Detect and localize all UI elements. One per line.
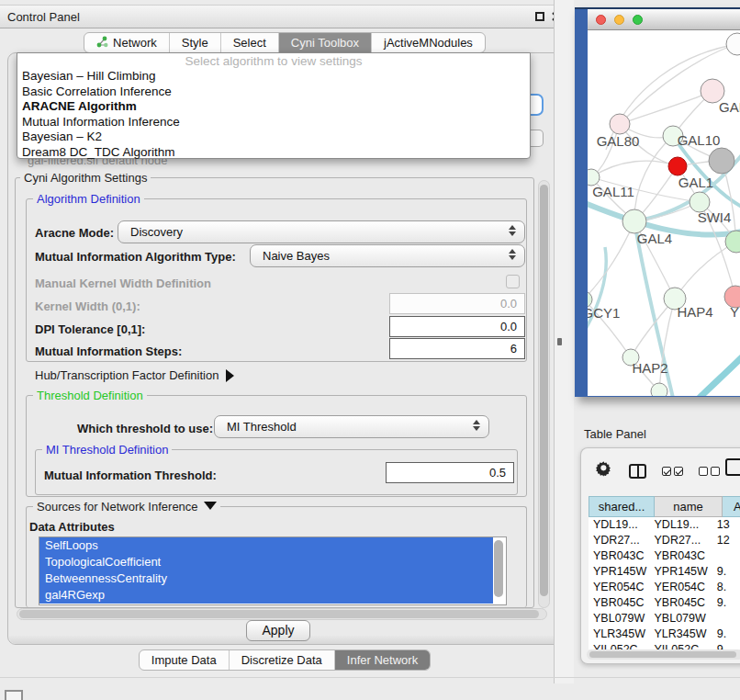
scrollbar-thumb[interactable] (540, 185, 548, 596)
popup-item-selected[interactable]: ARACNE Algorithm (17, 99, 530, 115)
status-bar-divider (0, 677, 740, 678)
mi-steps-field[interactable]: 6 (389, 338, 525, 359)
function-builder-icon[interactable] (725, 458, 740, 476)
list-scrollbar[interactable] (494, 540, 503, 597)
kernel-width-label: Kernel Width (0,1): (35, 299, 140, 313)
mi-type-combo[interactable]: Naive Bayes (250, 244, 525, 267)
tab-jactivemnodules[interactable]: jActiveMNodules (371, 33, 485, 52)
group-title: MI Threshold Definition (42, 443, 172, 457)
mi-threshold-field[interactable]: 0.5 (386, 462, 514, 483)
column-header-shared-name[interactable]: shared... (589, 496, 655, 517)
float-window-icon[interactable] (535, 12, 544, 21)
network-node-label: GAL4 (637, 231, 672, 246)
column-header-name[interactable]: name (655, 496, 723, 517)
network-window-titlebar[interactable] (588, 9, 740, 30)
which-threshold-combo[interactable]: MI Threshold (214, 415, 489, 438)
tab-style[interactable]: Style (169, 33, 220, 52)
network-node-label: GAL1 (678, 175, 713, 190)
list-item[interactable]: SelfLoops (39, 537, 493, 554)
tab-label: Infer Network (347, 653, 418, 667)
column-visibility-icon[interactable] (629, 464, 646, 479)
table-row[interactable]: YIL052CYIL052C9 (589, 642, 740, 649)
tab-cyni-toolbox[interactable]: Cyni Toolbox (278, 33, 371, 52)
table-row[interactable]: YLR345WYLR345W9. (589, 627, 740, 642)
network-node[interactable] (651, 383, 667, 396)
mi-type-label: Mutual Information Algorithm Type: (35, 250, 236, 264)
network-view-window[interactable]: GAL80GAL10GALGAL1GAL11SWI4GAL4GCY1HAP4YH… (575, 7, 740, 397)
apply-button[interactable]: Apply (246, 620, 310, 641)
tab-infer-network[interactable]: Infer Network (334, 650, 430, 670)
tab-select[interactable]: Select (220, 33, 278, 52)
table-cell: YLR345W (650, 627, 712, 642)
table-row[interactable]: YBR045CYBR045C9. (589, 595, 740, 611)
scrollbar-thumb[interactable] (589, 651, 736, 658)
aracne-mode-combo[interactable]: Discovery (118, 220, 525, 243)
table-cell: YBR045C (589, 595, 650, 611)
table-cell: YDR27... (589, 533, 650, 548)
deselect-all-icon[interactable] (699, 467, 720, 476)
column-header-partial[interactable]: A (723, 496, 740, 517)
network-node-label: GAL10 (678, 132, 721, 148)
popup-item[interactable]: Bayesian – K2 (17, 130, 530, 145)
table-cell: 9. (712, 564, 740, 580)
scrollbar-thumb[interactable] (19, 610, 539, 618)
select-all-icon[interactable] (662, 467, 683, 476)
tab-impute-data[interactable]: Impute Data (140, 650, 229, 670)
network-node-label: SWI4 (698, 209, 732, 225)
network-node[interactable] (726, 33, 740, 55)
tab-discretize-data[interactable]: Discretize Data (229, 650, 334, 670)
stepper-arrows-icon (509, 225, 516, 236)
table-cell: YPR145W (650, 564, 712, 580)
popup-item[interactable]: Bayesian – Hill Climbing (17, 69, 530, 85)
settings-gear-icon[interactable] (596, 460, 613, 481)
network-node[interactable] (610, 114, 630, 134)
tab-label: Impute Data (151, 653, 217, 667)
tab-network[interactable]: Network (84, 33, 169, 52)
control-panel-tabbar: Network Style Select Cyni Toolbox jActiv… (0, 32, 569, 53)
popup-item[interactable]: Dream8 DC_TDC Algorithm (17, 145, 530, 161)
network-edge[interactable] (634, 136, 673, 221)
app-root: Control Panel Network Style Select Cyni … (0, 0, 740, 700)
popup-item[interactable]: Basic Correlation Inference (17, 85, 530, 100)
close-traffic-light-icon[interactable] (596, 15, 606, 25)
settings-horizontal-scrollbar[interactable] (17, 608, 547, 620)
table-row[interactable]: YBR043CYBR043C (589, 548, 740, 564)
zoom-traffic-light-icon[interactable] (633, 15, 643, 25)
list-item[interactable]: gal4RGexp (39, 587, 493, 604)
network-edge[interactable] (588, 221, 634, 299)
network-icon (96, 36, 108, 51)
table-horizontal-scrollbar[interactable] (587, 649, 740, 660)
table-cell: YBL079W (650, 611, 712, 627)
focused-combo-edge[interactable] (531, 94, 544, 116)
settings-vertical-scrollbar[interactable] (538, 180, 550, 608)
manual-kernel-checkbox[interactable] (506, 275, 520, 288)
expanded-arrow-icon (204, 502, 217, 510)
dpi-tolerance-field[interactable]: 0.0 (389, 316, 525, 337)
table-row[interactable]: YER054CYER054C8. (589, 580, 740, 595)
combo-value: Naive Bayes (263, 249, 330, 263)
field-value: 0.5 (489, 466, 506, 480)
table-cell: 13 (712, 517, 740, 533)
split-pane-handle[interactable] (557, 338, 562, 345)
hub-definition-toggle[interactable]: Hub/Transcription Factor Definition (35, 368, 234, 382)
sources-title: Sources for Network Inference (37, 500, 198, 514)
network-canvas[interactable]: GAL80GAL10GALGAL1GAL11SWI4GAL4GCY1HAP4YH… (588, 30, 740, 396)
popup-item[interactable]: Mutual Information Inference (17, 115, 530, 130)
table-row[interactable]: YBL079WYBL079W (589, 611, 740, 627)
table-row[interactable]: YPR145WYPR145W9. (589, 564, 740, 580)
network-edge[interactable] (620, 91, 712, 124)
data-attributes-list: SelfLoops TopologicalCoefficient Between… (39, 536, 507, 605)
network-node[interactable] (709, 148, 734, 174)
network-node[interactable] (668, 157, 687, 175)
list-item[interactable]: TopologicalCoefficient (39, 554, 493, 570)
which-threshold-label: Which threshold to use: (77, 422, 213, 435)
list-item[interactable]: BetweennessCentrality (39, 570, 493, 587)
sources-toggle[interactable]: Sources for Network Inference (33, 500, 220, 514)
network-edge[interactable] (690, 352, 740, 396)
table-row[interactable]: YDL19...YDL19...13 (589, 517, 740, 533)
minimize-traffic-light-icon[interactable] (614, 15, 624, 25)
network-node-label: HAP2 (632, 360, 667, 376)
table-row[interactable]: YDR27...YDR27...12 (589, 533, 740, 548)
minimized-panel-icon[interactable] (5, 690, 23, 700)
kernel-width-field[interactable]: 0.0 (389, 293, 525, 314)
